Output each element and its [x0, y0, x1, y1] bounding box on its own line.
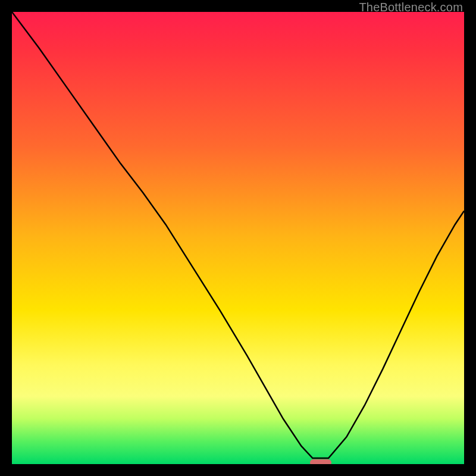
watermark-label: TheBottleneck.com [359, 1, 463, 14]
optimum-marker [310, 459, 331, 464]
curve-svg [12, 12, 464, 464]
chart-frame: TheBottleneck.com [0, 0, 476, 476]
curve-line-icon [12, 12, 464, 458]
plot-area [12, 12, 464, 464]
